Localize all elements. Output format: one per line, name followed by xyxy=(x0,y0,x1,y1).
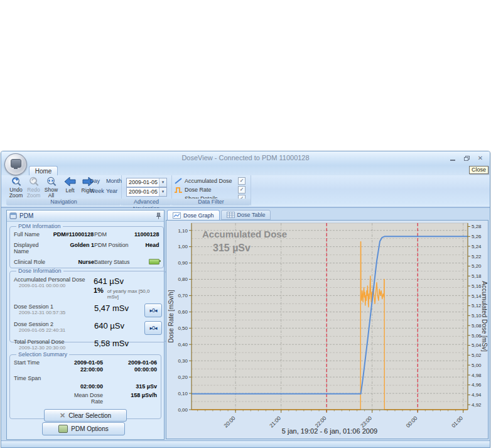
svg-text:5,14: 5,14 xyxy=(472,293,482,299)
tab-label: Dose Graph xyxy=(183,212,214,219)
selection-end-date: 2009-01-06 xyxy=(128,359,157,366)
ribbon: Undo Zoom Redo Zoom xyxy=(1,175,490,208)
filter-dose-rate: Dose Rate ✓ xyxy=(174,186,246,194)
title-bar: DoseView - Connected to PDM 11000128 ✕ xyxy=(1,151,490,166)
svg-text:4,92: 4,92 xyxy=(472,402,482,408)
start-time-label: Start Time xyxy=(14,359,49,373)
dose-value: 5,47 mSv xyxy=(94,303,139,313)
accumulated-dose-checkbox[interactable]: ✓ xyxy=(238,177,246,185)
pdm-options-button[interactable]: PDM Options xyxy=(42,422,125,435)
close-tooltip: Close xyxy=(469,166,488,174)
pdm-value: 11000128 xyxy=(134,231,159,238)
svg-text:0,50: 0,50 xyxy=(178,325,188,331)
graph-tab-bar: Dose Graph Dose Table xyxy=(167,210,271,220)
period-day[interactable]: Day xyxy=(90,178,106,184)
reset-session-1-button[interactable]: ▸0◂ xyxy=(144,303,162,317)
dose-label: Total Personal Dose xyxy=(14,339,94,345)
svg-text:Accumulated Dose: Accumulated Dose xyxy=(202,229,287,239)
pdm-information-group: PDM Information Full Name PDM#11000128 P… xyxy=(9,223,164,268)
svg-text:5,04: 5,04 xyxy=(472,342,482,348)
yearly-max-note: of yearly max [50,0 mSv] xyxy=(107,288,162,300)
reset-session-2-button[interactable]: ▸0◂ xyxy=(144,321,162,335)
dose-label: Dose Session 2 xyxy=(14,321,94,327)
svg-text:5 jan, 19:02 - 6 jan, 01:06 20: 5 jan, 19:02 - 6 jan, 01:06 2009 xyxy=(282,427,377,435)
displayed-name-value: Golden 1 xyxy=(53,242,94,248)
show-all-icon xyxy=(45,176,58,187)
filter-accumulated-dose: Accumulated Dose ✓ xyxy=(174,177,246,185)
svg-text:5,26: 5,26 xyxy=(472,234,482,239)
selection-start-value: 2009-01-05 22:00:00 xyxy=(49,359,103,373)
status-bar xyxy=(1,440,490,447)
dose-rate-checkbox[interactable]: ✓ xyxy=(238,186,246,194)
dose-value: 5,58 mSv xyxy=(94,339,139,348)
minimize-button[interactable] xyxy=(447,153,458,162)
pdm-options-icon xyxy=(58,425,68,433)
svg-text:5,06: 5,06 xyxy=(472,333,482,339)
reset-to-zero-icon: ▸0◂ xyxy=(149,325,156,331)
restore-button[interactable] xyxy=(461,153,472,162)
tab-dose-table[interactable]: Dose Table xyxy=(221,210,271,220)
undo-zoom-button[interactable]: Undo Zoom xyxy=(8,176,24,199)
svg-text:01:00: 01:00 xyxy=(450,415,464,429)
end-date-dropdown[interactable]: 2009-01-05 ▾ xyxy=(126,187,167,197)
tab-home[interactable]: Home xyxy=(29,166,58,176)
start-date-dropdown[interactable]: 2009-01-05 ▾ xyxy=(126,178,167,187)
selection-summary-legend: Selection Summary xyxy=(16,351,69,358)
svg-text:0,80: 0,80 xyxy=(178,276,188,282)
show-all-button[interactable]: Show All xyxy=(43,176,60,199)
dose-value: 641 µSv xyxy=(94,276,139,286)
dose-graph-plot[interactable]: Accumulated Dose315 µSv0,000,100,200,300… xyxy=(166,221,488,437)
pan-left-button[interactable]: Left xyxy=(62,176,78,199)
dose-label: Dose Session 1 xyxy=(14,303,94,310)
doseview-window: DoseView - Connected to PDM 11000128 ✕ C… xyxy=(1,151,490,448)
undo-zoom-icon xyxy=(9,176,23,187)
application-menu-button[interactable] xyxy=(4,153,27,175)
svg-text:5,10: 5,10 xyxy=(472,313,482,319)
svg-text:0,40: 0,40 xyxy=(178,342,188,347)
displayed-name-label: Displayed Name xyxy=(14,242,53,254)
svg-text:0,00: 0,00 xyxy=(178,407,188,413)
svg-text:5,00: 5,00 xyxy=(472,363,482,368)
dose-graph-container: Accumulated Dose315 µSv0,000,100,200,300… xyxy=(166,220,488,439)
pdm-panel-header: PDM xyxy=(7,210,164,222)
svg-text:0,30: 0,30 xyxy=(178,358,188,364)
main-area: PDM PDM Information Full Name PDM#110001… xyxy=(1,208,490,441)
dose-session-2-row: Dose Session 2 2009-01-05 22:40:31 640 µ… xyxy=(14,321,162,335)
svg-text:5,12: 5,12 xyxy=(472,303,482,309)
svg-text:5,24: 5,24 xyxy=(472,244,482,249)
dose-rate-pulse-icon xyxy=(174,186,183,194)
dose-date: 2009-12-30 20:30:00 xyxy=(19,345,94,351)
chevron-down-icon: ▾ xyxy=(159,178,166,187)
svg-text:0,90: 0,90 xyxy=(178,260,188,266)
pdm-position-label: PDM Position xyxy=(94,242,134,248)
mean-dose-rate-label: Mean Dose Rate xyxy=(49,392,103,405)
selection-dose-value: 315 µSv xyxy=(103,383,157,390)
redo-zoom-button[interactable]: Redo Zoom xyxy=(25,176,42,199)
close-button[interactable]: ✕ xyxy=(475,153,486,162)
redo-zoom-icon xyxy=(27,176,41,187)
filter-label: Accumulated Dose xyxy=(185,178,238,184)
ribbon-group-advanced-navigation: 2009-01-05 ▾ 2009-01-05 ▾ Advanced Navig… xyxy=(121,175,172,205)
button-label: Zoom xyxy=(27,193,41,199)
selection-end-time: 00:00:00 xyxy=(134,366,157,373)
clinical-role-label: Clinical Role xyxy=(14,259,53,265)
mean-dose-rate-label-line1: Mean Dose xyxy=(74,392,103,398)
svg-text:0,60: 0,60 xyxy=(178,309,188,315)
period-week[interactable]: Week xyxy=(90,188,106,194)
yearly-percent: 1% xyxy=(94,287,104,294)
group-label-data-filter: Data Filter xyxy=(171,199,251,205)
clear-selection-button[interactable]: ✕ Clear Selection xyxy=(44,409,127,422)
left-arrow-icon xyxy=(63,176,77,188)
end-date-value: 2009-01-05 xyxy=(127,188,159,196)
tab-dose-graph[interactable]: Dose Graph xyxy=(167,210,220,220)
chevron-down-icon: ▾ xyxy=(159,188,166,196)
svg-text:5,20: 5,20 xyxy=(472,263,482,269)
pin-icon[interactable] xyxy=(156,212,161,219)
pdm-position-value: Head xyxy=(134,242,159,248)
full-name-label: Full Name xyxy=(14,231,53,238)
svg-text:5,28: 5,28 xyxy=(472,224,482,229)
graph-panel: Dose Graph Dose Table Accu xyxy=(166,210,488,439)
svg-text:Accumulated Dose [mSv]: Accumulated Dose [mSv] xyxy=(481,281,488,351)
svg-text:Dose Rate [mSv/h]: Dose Rate [mSv/h] xyxy=(168,290,175,342)
dose-date: 2009-01-01 00:00:00 xyxy=(19,283,94,289)
